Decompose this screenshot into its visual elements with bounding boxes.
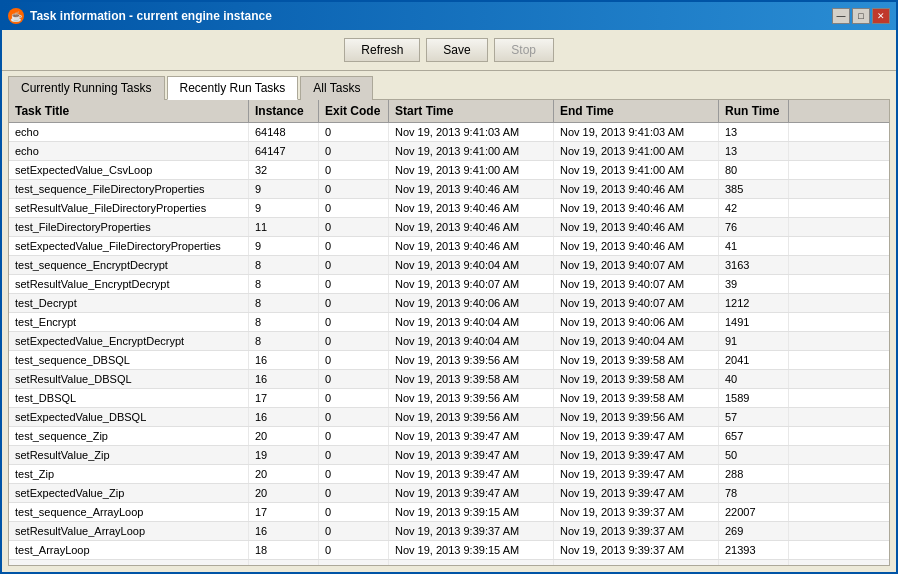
cell-run-time: 288 bbox=[719, 465, 789, 483]
cell-run-time: 25 bbox=[719, 560, 789, 565]
refresh-button[interactable]: Refresh bbox=[344, 38, 420, 62]
cell-exit-code: 0 bbox=[319, 370, 389, 388]
table-row[interactable]: test_sequence_FileDirectoryProperties90N… bbox=[9, 180, 889, 199]
cell-task-title: test_sequence_FileDirectoryProperties bbox=[9, 180, 249, 198]
cell-task-title: test_sequence_EncryptDecrypt bbox=[9, 256, 249, 274]
minimize-button[interactable]: — bbox=[832, 8, 850, 24]
table-row[interactable]: setResultValue_FileDirectoryProperties90… bbox=[9, 199, 889, 218]
table-row[interactable]: test_sequence_EncryptDecrypt80Nov 19, 20… bbox=[9, 256, 889, 275]
close-button[interactable]: ✕ bbox=[872, 8, 890, 24]
table-row[interactable]: test_Encrypt80Nov 19, 2013 9:40:04 AMNov… bbox=[9, 313, 889, 332]
main-window: ☕ Task information - current engine inst… bbox=[0, 0, 898, 574]
cell-instance: 9 bbox=[249, 180, 319, 198]
cell-task-title: test_sequence_DBSQL bbox=[9, 351, 249, 369]
cell-run-time: 1212 bbox=[719, 294, 789, 312]
table-row[interactable]: setResultValue_Zip190Nov 19, 2013 9:39:4… bbox=[9, 446, 889, 465]
cell-end-time: Nov 19, 2013 9:40:07 AM bbox=[554, 294, 719, 312]
cell-start-time: Nov 19, 2013 9:39:58 AM bbox=[389, 370, 554, 388]
table-row[interactable]: test_ArrayLoop180Nov 19, 2013 9:39:15 AM… bbox=[9, 541, 889, 560]
table-row[interactable]: setExpectedValue_DBSQL160Nov 19, 2013 9:… bbox=[9, 408, 889, 427]
cell-run-time: 269 bbox=[719, 522, 789, 540]
cell-instance: 16 bbox=[249, 370, 319, 388]
cell-instance: 64147 bbox=[249, 142, 319, 160]
maximize-button[interactable]: □ bbox=[852, 8, 870, 24]
col-header-instance: Instance bbox=[249, 100, 319, 122]
table-row[interactable]: setExpectedValue_CsvLoop320Nov 19, 2013 … bbox=[9, 161, 889, 180]
cell-exit-code: 0 bbox=[319, 332, 389, 350]
table-row[interactable]: echo641480Nov 19, 2013 9:41:03 AMNov 19,… bbox=[9, 123, 889, 142]
cell-run-time: 80 bbox=[719, 161, 789, 179]
cell-instance: 17 bbox=[249, 503, 319, 521]
cell-run-time: 40 bbox=[719, 370, 789, 388]
cell-instance: 9 bbox=[249, 199, 319, 217]
cell-run-time: 3163 bbox=[719, 256, 789, 274]
table-row[interactable]: test_Zip200Nov 19, 2013 9:39:47 AMNov 19… bbox=[9, 465, 889, 484]
table-body[interactable]: echo641480Nov 19, 2013 9:41:03 AMNov 19,… bbox=[9, 123, 889, 565]
cell-task-title: test_sequence_Zip bbox=[9, 427, 249, 445]
cell-start-time: Nov 19, 2013 9:39:47 AM bbox=[389, 465, 554, 483]
cell-start-time: Nov 19, 2013 9:39:15 AM bbox=[389, 503, 554, 521]
save-button[interactable]: Save bbox=[426, 38, 487, 62]
tab-all-tasks[interactable]: All Tasks bbox=[300, 76, 373, 100]
toolbar: Refresh Save Stop bbox=[2, 30, 896, 71]
table-row[interactable]: setResultValue_ArrayLoop160Nov 19, 2013 … bbox=[9, 522, 889, 541]
table-row[interactable]: test_sequence_DBSQL160Nov 19, 2013 9:39:… bbox=[9, 351, 889, 370]
table-row[interactable]: test_FileDirectoryProperties110Nov 19, 2… bbox=[9, 218, 889, 237]
cell-run-time: 2041 bbox=[719, 351, 789, 369]
tab-currently-running[interactable]: Currently Running Tasks bbox=[8, 76, 165, 100]
cell-instance: 64146 bbox=[249, 560, 319, 565]
cell-task-title: test_DBSQL bbox=[9, 389, 249, 407]
table-row[interactable]: test_sequence_ArrayLoop170Nov 19, 2013 9… bbox=[9, 503, 889, 522]
cell-task-title: setExpectedValue_Zip bbox=[9, 484, 249, 502]
cell-start-time: Nov 19, 2013 9:41:00 AM bbox=[389, 142, 554, 160]
cell-end-time: Nov 19, 2013 9:40:06 AM bbox=[554, 313, 719, 331]
cell-start-time: Nov 19, 2013 9:39:56 AM bbox=[389, 408, 554, 426]
table-row[interactable]: echo641470Nov 19, 2013 9:41:00 AMNov 19,… bbox=[9, 142, 889, 161]
table-row[interactable]: echo641460Nov 19, 2013 9:39:18 AMNov 19,… bbox=[9, 560, 889, 565]
col-header-end-time: End Time bbox=[554, 100, 719, 122]
cell-run-time: 41 bbox=[719, 237, 789, 255]
cell-task-title: test_sequence_ArrayLoop bbox=[9, 503, 249, 521]
cell-end-time: Nov 19, 2013 9:41:00 AM bbox=[554, 142, 719, 160]
title-controls: — □ ✕ bbox=[832, 8, 890, 24]
cell-start-time: Nov 19, 2013 9:41:00 AM bbox=[389, 161, 554, 179]
cell-exit-code: 0 bbox=[319, 503, 389, 521]
cell-start-time: Nov 19, 2013 9:40:46 AM bbox=[389, 218, 554, 236]
cell-task-title: test_ArrayLoop bbox=[9, 541, 249, 559]
col-header-start-time: Start Time bbox=[389, 100, 554, 122]
cell-end-time: Nov 19, 2013 9:39:58 AM bbox=[554, 351, 719, 369]
cell-instance: 20 bbox=[249, 484, 319, 502]
cell-run-time: 39 bbox=[719, 275, 789, 293]
cell-task-title: echo bbox=[9, 123, 249, 141]
cell-run-time: 13 bbox=[719, 142, 789, 160]
cell-end-time: Nov 19, 2013 9:41:00 AM bbox=[554, 161, 719, 179]
cell-instance: 20 bbox=[249, 427, 319, 445]
cell-run-time: 78 bbox=[719, 484, 789, 502]
cell-exit-code: 0 bbox=[319, 218, 389, 236]
table-row[interactable]: setExpectedValue_FileDirectoryProperties… bbox=[9, 237, 889, 256]
cell-exit-code: 0 bbox=[319, 465, 389, 483]
cell-instance: 32 bbox=[249, 161, 319, 179]
cell-run-time: 76 bbox=[719, 218, 789, 236]
cell-start-time: Nov 19, 2013 9:39:56 AM bbox=[389, 351, 554, 369]
task-table: Task Title Instance Exit Code Start Time… bbox=[8, 99, 890, 566]
cell-exit-code: 0 bbox=[319, 123, 389, 141]
table-row[interactable]: setExpectedValue_Zip200Nov 19, 2013 9:39… bbox=[9, 484, 889, 503]
table-row[interactable]: setExpectedValue_EncryptDecrypt80Nov 19,… bbox=[9, 332, 889, 351]
cell-end-time: Nov 19, 2013 9:39:47 AM bbox=[554, 484, 719, 502]
table-row[interactable]: test_Decrypt80Nov 19, 2013 9:40:06 AMNov… bbox=[9, 294, 889, 313]
cell-exit-code: 0 bbox=[319, 161, 389, 179]
table-row[interactable]: test_DBSQL170Nov 19, 2013 9:39:56 AMNov … bbox=[9, 389, 889, 408]
cell-exit-code: 0 bbox=[319, 389, 389, 407]
tab-recently-run[interactable]: Recently Run Tasks bbox=[167, 76, 299, 100]
cell-task-title: test_FileDirectoryProperties bbox=[9, 218, 249, 236]
table-row[interactable]: test_sequence_Zip200Nov 19, 2013 9:39:47… bbox=[9, 427, 889, 446]
cell-task-title: setResultValue_DBSQL bbox=[9, 370, 249, 388]
table-row[interactable]: setResultValue_EncryptDecrypt80Nov 19, 2… bbox=[9, 275, 889, 294]
cell-exit-code: 0 bbox=[319, 275, 389, 293]
cell-start-time: Nov 19, 2013 9:39:47 AM bbox=[389, 484, 554, 502]
table-row[interactable]: setResultValue_DBSQL160Nov 19, 2013 9:39… bbox=[9, 370, 889, 389]
stop-button[interactable]: Stop bbox=[494, 38, 554, 62]
cell-run-time: 1589 bbox=[719, 389, 789, 407]
cell-end-time: Nov 19, 2013 9:40:04 AM bbox=[554, 332, 719, 350]
